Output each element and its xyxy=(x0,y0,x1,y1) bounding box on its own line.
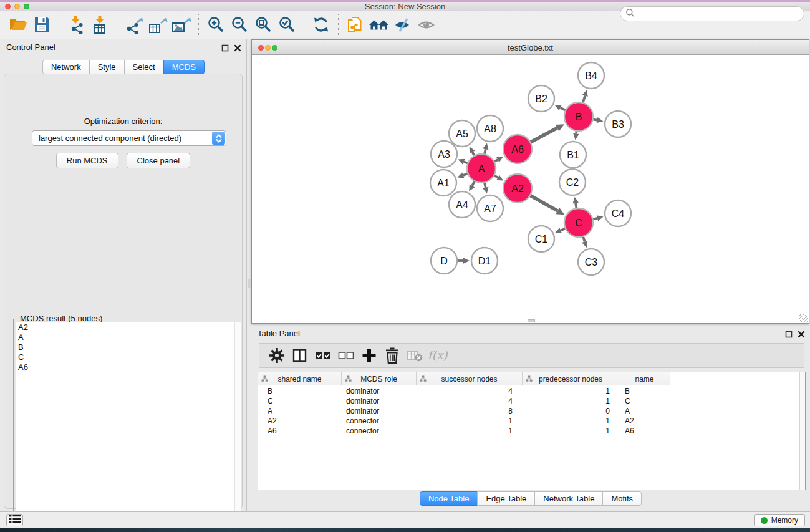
mcds-result-item[interactable]: C xyxy=(16,352,234,362)
arrowhead-icon xyxy=(597,117,604,123)
tab-network[interactable]: Network xyxy=(42,60,90,74)
search-field[interactable] xyxy=(620,6,804,21)
search-input[interactable] xyxy=(637,9,793,19)
tab-edge-table[interactable]: Edge Table xyxy=(477,491,535,506)
graph-node-label: C2 xyxy=(566,177,579,188)
criterion-dropdown[interactable]: largest connected component (directed) xyxy=(32,130,226,146)
add-icon[interactable] xyxy=(357,343,380,368)
table-row[interactable]: Bdominator41B xyxy=(258,386,799,396)
save-icon[interactable] xyxy=(30,12,54,37)
network-hscroll-thumb[interactable] xyxy=(528,319,535,322)
table-toolbar: f(x) xyxy=(259,343,804,368)
graph-node-label: A4 xyxy=(456,200,468,210)
export-table-icon[interactable] xyxy=(146,12,170,37)
graph-node-label: B xyxy=(576,112,582,122)
criterion-value: largest connected component (directed) xyxy=(39,133,181,143)
tab-select[interactable]: Select xyxy=(124,60,164,74)
export-network-icon[interactable] xyxy=(122,12,146,37)
float-panel-icon[interactable] xyxy=(221,43,229,54)
zoom-out-icon[interactable] xyxy=(228,12,251,37)
graph-node-label: A7 xyxy=(484,203,496,214)
table-row[interactable]: Cdominator41C xyxy=(258,396,799,406)
mcds-result-item[interactable]: A xyxy=(16,332,234,342)
import-table-icon[interactable] xyxy=(88,12,112,37)
graph-node-label: C1 xyxy=(535,234,548,244)
column-header-MCDS-role[interactable]: MCDS role xyxy=(342,372,417,385)
network-window-titlebar[interactable]: testGlobe.txt xyxy=(252,40,809,55)
close-panel-button[interactable]: Close panel xyxy=(127,153,191,168)
close-panel-icon[interactable] xyxy=(798,329,805,341)
import-network-icon[interactable] xyxy=(64,12,88,37)
mcds-result-scrollbar[interactable] xyxy=(234,322,241,532)
zoom-in-icon[interactable] xyxy=(204,12,228,37)
graph-edge-A2-C xyxy=(530,195,557,211)
table-scrollbar[interactable] xyxy=(799,372,805,490)
column-label: MCDS role xyxy=(360,375,397,384)
table-cell: 1 xyxy=(523,396,619,406)
task-history-button[interactable] xyxy=(6,514,23,526)
toolbar-separator xyxy=(198,14,199,36)
tab-style[interactable]: Style xyxy=(89,60,125,74)
tab-node-table[interactable]: Node Table xyxy=(420,491,478,506)
control-panel: Control Panel Optimization criterion: la… xyxy=(0,39,247,511)
column-label: successor nodes xyxy=(441,375,497,384)
network-window-title: testGlobe.txt xyxy=(252,43,809,52)
graph-edge-B-B4 xyxy=(583,96,585,103)
graph-node-label: A1 xyxy=(437,178,450,188)
hide-panels-icon[interactable] xyxy=(391,12,415,37)
network-resize-grip[interactable] xyxy=(799,314,808,322)
column-header-shared-name[interactable]: shared name xyxy=(258,372,342,385)
network-vscroll-thumb[interactable] xyxy=(248,279,251,288)
memory-button[interactable]: Memory xyxy=(754,514,805,526)
delete-icon[interactable] xyxy=(380,343,403,368)
columns-icon[interactable] xyxy=(288,343,311,368)
graph-node-label: A xyxy=(478,163,485,174)
table-row[interactable]: Adominator80A xyxy=(258,406,799,416)
column-header-predecessor-nodes[interactable]: predecessor nodes xyxy=(523,372,619,385)
mcds-result-item[interactable]: A6 xyxy=(16,362,234,372)
graph-node-label: C4 xyxy=(612,208,625,219)
network-graph[interactable]: B4B2BB3A8A5A6A3B1AA1C2A2A4A7C4CC1DD1C3 xyxy=(252,56,809,323)
arrowhead-icon xyxy=(582,241,587,248)
table-row[interactable]: A6connector11A6 xyxy=(258,426,799,436)
control-panel-body: Optimization criterion: largest connecte… xyxy=(4,74,243,509)
table-panel-title: Table Panel xyxy=(258,329,300,338)
graph-edge-C-C2 xyxy=(576,203,576,209)
run-mcds-button[interactable]: Run MCDS xyxy=(56,153,118,168)
memory-status-icon xyxy=(761,517,768,524)
eye-icon[interactable] xyxy=(415,12,438,37)
mcds-result-item[interactable]: A2 xyxy=(16,322,234,332)
settings-icon[interactable] xyxy=(265,343,288,368)
table-cell: A2 xyxy=(619,416,670,426)
column-header-name[interactable]: name xyxy=(619,372,670,385)
tab-network-table[interactable]: Network Table xyxy=(534,491,603,506)
close-panel-icon[interactable] xyxy=(234,43,241,54)
mcds-result-item[interactable]: B xyxy=(16,342,234,352)
graph-node-label: B2 xyxy=(535,94,547,104)
table-cell: A xyxy=(619,406,670,416)
destroy-table-icon xyxy=(403,343,427,368)
tab-mcds[interactable]: MCDS xyxy=(163,60,205,74)
graph-node-label: A3 xyxy=(438,149,450,160)
share-document-icon[interactable] xyxy=(344,12,367,37)
network-canvas[interactable]: B4B2BB3A8A5A6A3B1AA1C2A2A4A7C4CC1DD1C3 xyxy=(252,56,809,323)
select-all-icon[interactable] xyxy=(311,343,334,368)
export-image-icon[interactable] xyxy=(170,12,193,37)
refresh-icon[interactable] xyxy=(309,12,333,37)
column-header-successor-nodes[interactable]: successor nodes xyxy=(417,372,523,385)
home-pair-icon[interactable] xyxy=(367,12,391,37)
graph-edge-A6-B xyxy=(530,128,557,142)
table-panel: Table Panel f(x) shared nameMCDS rolesuc… xyxy=(251,326,810,511)
table-cell: 1 xyxy=(417,416,523,426)
tab-motifs[interactable]: Motifs xyxy=(602,491,642,506)
control-panel-header: Control Panel xyxy=(0,39,246,56)
open-folder-icon[interactable] xyxy=(6,12,30,37)
table-row[interactable]: A2connector11A2 xyxy=(258,416,799,426)
deselect-all-icon[interactable] xyxy=(334,343,357,368)
zoom-fit-icon[interactable] xyxy=(251,12,275,37)
graph-node-label: B1 xyxy=(567,150,579,160)
zoom-selected-icon[interactable] xyxy=(275,12,299,37)
float-panel-icon[interactable] xyxy=(785,329,793,341)
toolbar-separator xyxy=(338,14,339,36)
arrowhead-icon xyxy=(483,187,488,194)
